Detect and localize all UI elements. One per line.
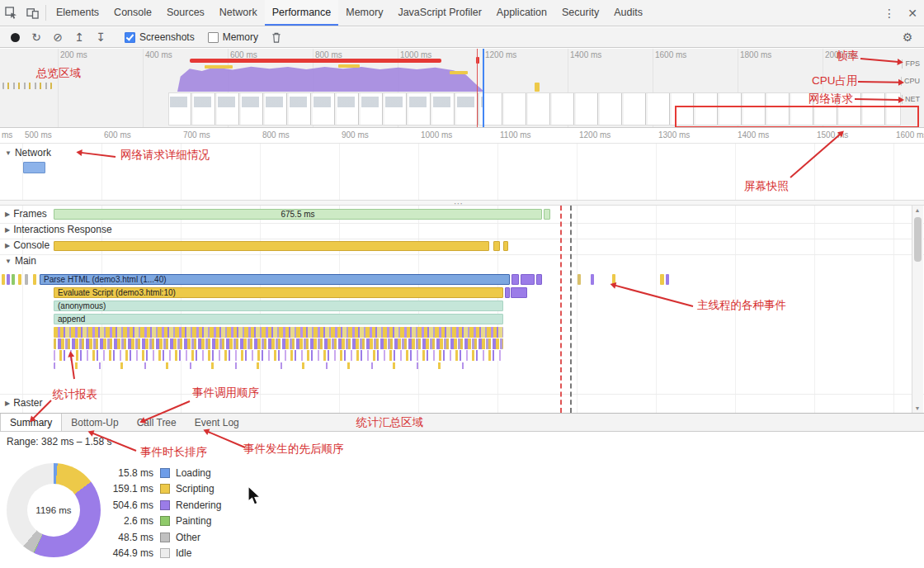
record-button[interactable] — [5, 29, 25, 46]
frames-track-header[interactable]: ▶ Frames — [5, 208, 47, 220]
legend-label: Scripting — [176, 483, 214, 495]
capture-settings-gear-icon[interactable]: ⚙ — [898, 29, 917, 46]
scrollbar-thumb[interactable] — [914, 217, 922, 262]
cpu-scripting-fringe — [450, 71, 468, 74]
tab-console[interactable]: Console — [106, 0, 159, 26]
legend-swatch — [160, 516, 170, 526]
console-track-header[interactable]: ▶ Console — [5, 239, 50, 251]
close-icon[interactable]: ✕ — [901, 0, 924, 26]
flame-dense-row[interactable] — [54, 350, 503, 361]
annotation-screenshot: 屏幕快照 — [744, 179, 789, 194]
divider — [45, 5, 46, 21]
flame-bar-purple[interactable] — [511, 287, 527, 298]
annotation-main-thread: 主线程的各种事件 — [697, 298, 786, 313]
ruler-tick: 700 ms — [183, 130, 210, 140]
gridline — [577, 144, 578, 200]
tab-application[interactable]: Application — [489, 0, 554, 26]
gridline — [101, 144, 102, 200]
overview-tick-label: 400 ms — [145, 50, 172, 59]
append-bar[interactable]: append — [54, 314, 503, 324]
raster-track-header[interactable]: ▶ Raster — [5, 397, 43, 409]
console-timing-bar[interactable] — [54, 241, 489, 251]
legend-swatch — [160, 548, 170, 558]
frame-bar-small[interactable] — [544, 209, 550, 220]
gridline — [260, 144, 261, 200]
annotation-stats-report: 统计报表 — [53, 387, 97, 402]
legend-swatch — [160, 500, 170, 510]
flame-speck — [33, 274, 36, 285]
parse-html-bar[interactable]: Parse HTML (demo3.html (1...40) — [40, 274, 510, 285]
vertical-scrollbar[interactable]: ▲ ▼ — [912, 206, 923, 413]
legend-value: 48.5 ms — [106, 532, 153, 543]
tab-network[interactable]: Network — [212, 0, 265, 26]
frame-bar[interactable]: 675.5 ms — [54, 209, 542, 220]
performance-toolbar: ↻ ⊘ ↥ ↧ Screenshots Memory ⚙ — [0, 27, 924, 48]
memory-checkbox[interactable]: Memory — [208, 31, 258, 43]
tab-security[interactable]: Security — [554, 0, 606, 26]
tab-javascript-profiler[interactable]: JavaScript Profiler — [390, 0, 488, 26]
console-timing-bar[interactable] — [503, 241, 508, 251]
interactions-track-header[interactable]: ▶ Interactions Response — [5, 224, 112, 235]
donut-total-label: 1196 ms — [27, 484, 80, 537]
summary-donut: 1196 ms — [7, 463, 101, 557]
ruler-tick: 1100 ms — [500, 130, 531, 140]
overview-left-activity — [2, 83, 52, 89]
tab-memory[interactable]: Memory — [338, 0, 390, 26]
gridline — [735, 144, 736, 200]
tab-elements[interactable]: Elements — [49, 0, 106, 26]
network-track-header[interactable]: ▼ Network — [5, 147, 51, 159]
recording-end-line-blue — [483, 49, 484, 128]
gridline — [814, 206, 815, 413]
scroll-down-icon[interactable]: ▼ — [912, 405, 922, 411]
garbage-collect-button[interactable] — [266, 29, 286, 46]
details-tabbar: Summary Bottom-Up Call Tree Event Log — [0, 413, 924, 432]
flame-speck — [18, 274, 21, 285]
flame-sparse-row[interactable] — [54, 362, 466, 369]
network-request-bar[interactable] — [23, 162, 45, 173]
tab-performance[interactable]: Performance — [265, 0, 339, 26]
anonymous-bar[interactable]: (anonymous) — [54, 301, 503, 311]
flame-speck — [578, 274, 581, 285]
inspect-element-icon[interactable] — [0, 0, 21, 26]
flame-dense-row[interactable] — [54, 338, 503, 349]
gridline — [814, 144, 815, 200]
gridline — [656, 144, 657, 200]
timeline-overview[interactable]: 200 ms400 ms600 ms800 ms1000 ms1200 ms14… — [0, 49, 924, 128]
ruler-tick: ms — [2, 130, 12, 140]
legend-value: 464.9 ms — [106, 547, 153, 559]
scroll-up-icon[interactable]: ▲ — [912, 207, 922, 213]
clear-button[interactable]: ⊘ — [48, 29, 68, 46]
legend-label: Idle — [176, 547, 191, 559]
interactions-track-label: Interactions Response — [13, 224, 111, 235]
flame-speck — [666, 274, 669, 285]
tab-audits[interactable]: Audits — [606, 0, 650, 26]
console-timing-bar[interactable] — [493, 241, 500, 251]
gridline — [339, 144, 340, 200]
panel-splitter[interactable]: ⋯ — [0, 200, 924, 206]
tab-sources[interactable]: Sources — [159, 0, 212, 26]
save-profile-button[interactable]: ↧ — [91, 29, 111, 46]
annotation-overview-area: 总览区域 — [36, 66, 81, 81]
tab-bottom-up[interactable]: Bottom-Up — [62, 414, 127, 431]
chevron-right-icon: ▶ — [5, 242, 10, 249]
tab-event-log[interactable]: Event Log — [186, 414, 248, 431]
fps-lane-label: FPS — [902, 59, 922, 69]
flame-bar-purple[interactable] — [536, 274, 542, 285]
load-profile-button[interactable]: ↥ — [69, 29, 89, 46]
legend-value: 504.6 ms — [106, 499, 153, 511]
detail-ruler[interactable]: ms500 ms600 ms700 ms800 ms900 ms1000 ms1… — [0, 128, 924, 144]
screenshots-checkbox[interactable]: Screenshots — [125, 31, 195, 43]
device-toolbar-icon[interactable] — [21, 0, 43, 26]
legend-value: 2.6 ms — [106, 515, 153, 527]
main-track-header[interactable]: ▼ Main — [5, 255, 36, 267]
devtools-tabbar: Elements Console Sources Network Perform… — [0, 0, 924, 26]
legend-label: Other — [176, 532, 200, 543]
reload-and-record-button[interactable]: ↻ — [26, 29, 46, 46]
evaluate-script-bar[interactable]: Evaluate Script (demo3.html:10) — [54, 287, 503, 298]
flame-bar-purple[interactable] — [505, 287, 510, 298]
flame-bar-purple[interactable] — [512, 274, 519, 285]
kebab-menu-icon[interactable]: ⋮ — [878, 0, 901, 26]
flame-bar-purple[interactable] — [521, 274, 535, 285]
flame-dense-row[interactable] — [54, 327, 503, 338]
chevron-right-icon: ▶ — [5, 226, 10, 234]
